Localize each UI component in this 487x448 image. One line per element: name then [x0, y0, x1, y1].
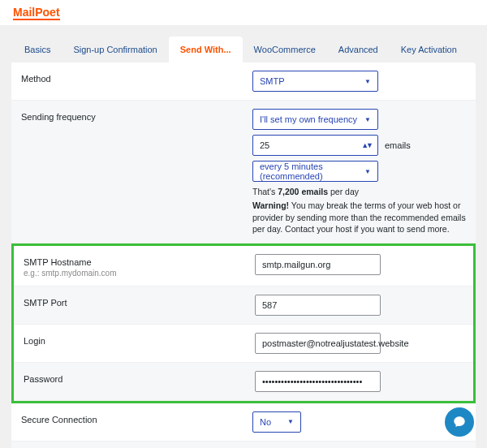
- tab-woocommerce[interactable]: WooCommerce: [243, 37, 327, 62]
- tab-send-with[interactable]: Send With...: [169, 37, 243, 62]
- password-label: Password: [24, 374, 62, 384]
- chevron-down-icon: ▼: [364, 78, 371, 85]
- login-row: Login postmaster@notrealjustatest.websit…: [14, 325, 473, 363]
- secure-connection-label: Secure Connection: [21, 415, 97, 424]
- settings-panel: Method SMTP ▼ Sending frequency I'll set…: [11, 62, 476, 448]
- login-value: postmaster@notrealjustatest.website: [262, 338, 409, 348]
- smtp-port-input[interactable]: 587: [255, 295, 381, 316]
- method-row: Method SMTP ▼: [11, 62, 476, 101]
- secure-connection-select[interactable]: No ▼: [252, 411, 301, 433]
- brand-logo: MailPoet: [13, 6, 60, 20]
- smtp-port-row: SMTP Port 587: [14, 286, 473, 325]
- frequency-mode-select[interactable]: I'll set my own frequency ▼: [252, 109, 378, 130]
- frequency-count-suffix: emails: [385, 140, 411, 150]
- frequency-warning: Warning! You may break the terms of your…: [252, 200, 466, 235]
- smtp-hostname-value: smtp.mailgun.org: [262, 260, 330, 269]
- frequency-label: Sending frequency: [21, 112, 96, 122]
- smtp-hostname-input[interactable]: smtp.mailgun.org: [255, 254, 381, 275]
- password-input[interactable]: ••••••••••••••••••••••••••••••••: [255, 371, 381, 392]
- chevron-down-icon: ▼: [364, 116, 371, 123]
- frequency-mode-value: I'll set my own frequency: [260, 114, 357, 124]
- method-label: Method: [21, 74, 51, 84]
- password-row: Password •••••••••••••••••••••••••••••••…: [14, 363, 473, 401]
- smtp-port-value: 587: [262, 300, 277, 310]
- tab-signup-confirmation[interactable]: Sign-up Confirmation: [62, 37, 168, 62]
- settings-tabs: Basics Sign-up Confirmation Send With...…: [0, 25, 487, 62]
- smtp-hostname-hint: e.g.: smtp.mydomain.com: [24, 269, 255, 278]
- help-button[interactable]: [445, 407, 474, 437]
- smtp-port-label: SMTP Port: [24, 298, 67, 308]
- smtp-highlight-box: SMTP Hostname e.g.: smtp.mydomain.com sm…: [11, 243, 476, 403]
- smtp-hostname-row: SMTP Hostname e.g.: smtp.mydomain.com sm…: [14, 246, 473, 286]
- secure-connection-row: Secure Connection No ▼: [11, 403, 476, 442]
- authentication-row: Authentication Leave this option set to …: [11, 442, 476, 448]
- frequency-count-input[interactable]: 25 ▲▼: [252, 135, 378, 156]
- tab-basics[interactable]: Basics: [13, 37, 62, 62]
- tab-key-activation[interactable]: Key Activation: [390, 37, 468, 62]
- login-label: Login: [24, 336, 45, 346]
- frequency-row: Sending frequency I'll set my own freque…: [11, 101, 476, 243]
- secure-connection-value: No: [260, 417, 271, 427]
- chevron-down-icon: ▼: [364, 168, 371, 175]
- login-input[interactable]: postmaster@notrealjustatest.website: [255, 333, 381, 354]
- number-stepper-icon[interactable]: ▲▼: [361, 141, 371, 149]
- method-select[interactable]: SMTP ▼: [252, 71, 378, 92]
- chat-bubble-icon: [453, 416, 466, 429]
- chevron-down-icon: ▼: [287, 418, 294, 425]
- password-value: ••••••••••••••••••••••••••••••••: [262, 377, 362, 386]
- frequency-interval-select[interactable]: every 5 minutes (recommended) ▼: [252, 161, 378, 182]
- method-select-value: SMTP: [260, 76, 285, 86]
- frequency-count-value: 25: [260, 140, 269, 150]
- app-header: MailPoet: [0, 0, 487, 25]
- frequency-note: That's 7,200 emails per day: [252, 187, 466, 196]
- warning-label: Warning!: [252, 200, 289, 210]
- smtp-hostname-label: SMTP Hostname: [24, 257, 92, 267]
- tab-advanced[interactable]: Advanced: [327, 37, 390, 62]
- frequency-interval-value: every 5 minutes (recommended): [260, 162, 360, 181]
